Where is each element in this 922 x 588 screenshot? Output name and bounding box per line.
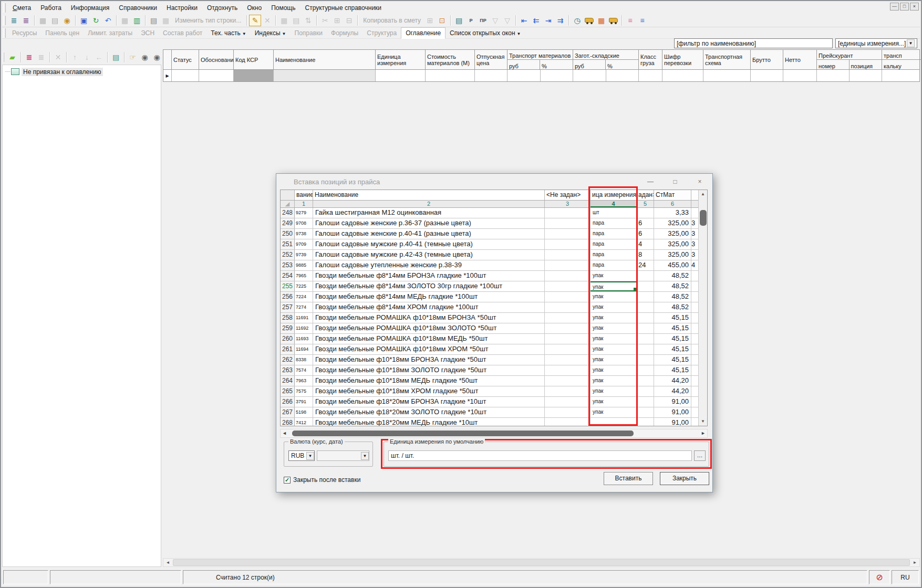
menu-item-7[interactable]: Окно (242, 3, 266, 13)
default-unit-input[interactable]: шт. / шт. (388, 450, 692, 461)
chevron-down-icon[interactable]: ▼ (517, 32, 521, 36)
unit-filter-combo[interactable]: [единицы измерения...] ▼ (835, 38, 917, 48)
checkbox-checked-icon[interactable]: ✓ (284, 477, 291, 484)
row-unit-cell[interactable]: упак (591, 355, 637, 365)
price-row[interactable]: 2577274Гвозди мебельные ф8*14мм ХРОМ гла… (281, 302, 707, 313)
grid-subheader-cell[interactable]: руб (573, 60, 606, 69)
price-row[interactable]: 2675198Гвозди мебельные ф18*20мм ЗОЛОТО … (281, 407, 707, 418)
dialog-column-header-4[interactable]: ица измерения (591, 190, 637, 200)
dialog-column-header-1[interactable]: вание (295, 190, 313, 200)
tab-12[interactable]: Список открытых окон▼ (446, 28, 525, 38)
dialog-column-number-2[interactable]: 2 (313, 201, 545, 207)
indent-right2-icon[interactable]: ⇉ (554, 15, 566, 26)
price-row[interactable]: 26111694Гвозди мебельные РОМАШКА ф10*18м… (281, 344, 707, 355)
price-row[interactable]: 2637574Гвозди мебельные ф10*18мм ЗОЛОТО … (281, 365, 707, 376)
grid-header-16[interactable]: транспкальку (882, 50, 922, 69)
dialog-titlebar[interactable]: Вставка позиций из прайса — □ × (276, 174, 712, 190)
mute-icon[interactable]: ⊘ (869, 570, 890, 584)
grid-cell[interactable] (783, 70, 817, 81)
currency-date-combo[interactable]: ▼ (317, 450, 369, 461)
grid-subheader-cell[interactable]: % (540, 60, 573, 69)
dialog-column-number-3[interactable]: 3 (545, 201, 591, 207)
row-unit-cell[interactable]: упак (591, 407, 637, 417)
search-icon[interactable]: ◉ (61, 15, 73, 26)
row-unit-cell[interactable]: упак (591, 271, 637, 281)
grid-header-3[interactable]: Код КСР (234, 50, 274, 69)
grid-header-11[interactable]: Шифр перевозки (662, 50, 703, 69)
row-unit-cell[interactable]: пара (591, 250, 637, 260)
panel-splitter[interactable] (161, 49, 163, 566)
grid-cell[interactable] (274, 70, 376, 81)
grid-header-9[interactable]: Загот.-складскиеруб% (573, 50, 639, 69)
price-row[interactable]: 26011693Гвозди мебельные РОМАШКА ф10*18м… (281, 334, 707, 344)
grid-cell[interactable] (172, 70, 199, 81)
layers-pink-icon[interactable]: ≡ (624, 15, 636, 26)
pin-icon[interactable]: ◉ (139, 51, 151, 63)
link-toc-icon[interactable]: ≣ (23, 51, 35, 63)
dialog-maximize-button[interactable]: □ (671, 177, 679, 186)
indent-left-icon[interactable]: ⇤ (518, 15, 530, 26)
row-unit-cell[interactable]: упак (591, 344, 637, 354)
row-unit-cell[interactable]: пара (591, 239, 637, 249)
grid-cell[interactable] (199, 70, 234, 81)
grid-subheader-cell[interactable]: позиция (850, 60, 882, 69)
dialog-column-header-3[interactable]: <Не задан> (545, 190, 591, 200)
close-after-insert-checkbox[interactable]: ✓ Закрыть после вставки (284, 476, 360, 484)
grid-cell[interactable] (662, 70, 703, 81)
grid-subheader-cell[interactable]: руб (507, 60, 540, 69)
grid-cell[interactable] (541, 70, 574, 81)
scroll-up-icon[interactable]: ▲ (699, 190, 707, 198)
dialog-column-number-6[interactable]: 6 (654, 201, 691, 207)
maximize-button[interactable]: □ (900, 3, 909, 10)
grid-header-2[interactable]: Обоснование (199, 50, 234, 69)
price-row[interactable]: 2628338Гвозди мебельные ф10*18мм БРОНЗА … (281, 355, 707, 365)
main-horizontal-scrollbar[interactable]: ◄ ► (163, 558, 920, 567)
menu-item-8[interactable]: Помощь (266, 3, 300, 13)
price-row[interactable]: 25911692Гвозди мебельные РОМАШКА ф10*18м… (281, 323, 707, 334)
bricks-icon[interactable]: ▦ (595, 15, 607, 26)
sheet-pr-icon[interactable]: ПР (477, 15, 489, 26)
print-icon[interactable]: ▤ (148, 15, 160, 26)
scroll-left-icon[interactable]: ◄ (163, 559, 172, 566)
grid-header-10[interactable]: Класс груза (639, 50, 662, 69)
menu-item-6[interactable]: Отдохнуть (202, 3, 242, 13)
row-unit-cell[interactable]: упак (591, 302, 637, 312)
currency-combo[interactable]: RUB ▼ (288, 450, 315, 461)
grid-subheader-cell[interactable]: % (606, 60, 638, 69)
scroll-thumb[interactable] (700, 210, 707, 226)
sheet-p-icon[interactable]: P (465, 15, 477, 26)
row-unit-cell[interactable]: упак (591, 323, 637, 333)
scroll-left-icon[interactable]: ◄ (282, 430, 287, 436)
save-icon[interactable]: ▣ (78, 15, 90, 26)
new-folder-icon[interactable]: ▰ (6, 51, 18, 63)
grid-subheader-cell[interactable]: кальку (882, 60, 922, 69)
layers-blue-icon[interactable]: ≡ (636, 15, 648, 26)
grid-cell[interactable] (606, 70, 639, 81)
grid-header-15[interactable]: Прейскурантномерпозиция (817, 50, 882, 69)
price-row[interactable]: 2499708Галоши садовые женские р.36-37 (р… (281, 218, 707, 229)
chevron-down-icon[interactable]: ▼ (361, 452, 369, 460)
dialog-column-header-6[interactable]: СтМат (654, 190, 691, 200)
price-row[interactable]: 2657575Гвозди мебельные ф10*18мм ХРОМ гл… (281, 386, 707, 397)
row-unit-cell[interactable]: упак (591, 397, 637, 407)
tab-7[interactable]: Индексы▼ (251, 28, 291, 38)
grid-subheader-cell[interactable]: номер (817, 60, 850, 69)
indent-right-icon[interactable]: ⇥ (542, 15, 554, 26)
grid-cell[interactable] (639, 70, 662, 81)
main-grid-empty-row[interactable]: ▶ (163, 69, 920, 82)
row-unit-cell[interactable]: упак (591, 365, 637, 375)
grid-cell[interactable] (426, 70, 475, 81)
row-unit-cell[interactable]: упак (591, 376, 637, 386)
price-row[interactable]: 2509738Галоши садовые женские р.40-41 (р… (281, 229, 707, 239)
row-unit-cell[interactable] (591, 418, 637, 426)
grid-header-4[interactable]: Наименование (274, 50, 376, 69)
row-unit-cell[interactable]: шт (591, 208, 637, 218)
browse-units-button[interactable]: … (694, 450, 706, 461)
paste-doc-icon[interactable]: ⊡ (436, 15, 448, 26)
price-row[interactable]: 2557225Гвозди мебельные ф8*14мм ЗОЛОТО 3… (281, 281, 707, 292)
row-unit-cell[interactable]: упак (591, 281, 637, 291)
dialog-close-button[interactable]: × (696, 177, 704, 186)
tab-11[interactable]: Оглавление (401, 27, 446, 39)
price-row[interactable]: 2663791Гвозди мебельные ф18*20мм БРОНЗА … (281, 397, 707, 407)
keyboard-language-indicator[interactable]: RU (892, 570, 919, 584)
